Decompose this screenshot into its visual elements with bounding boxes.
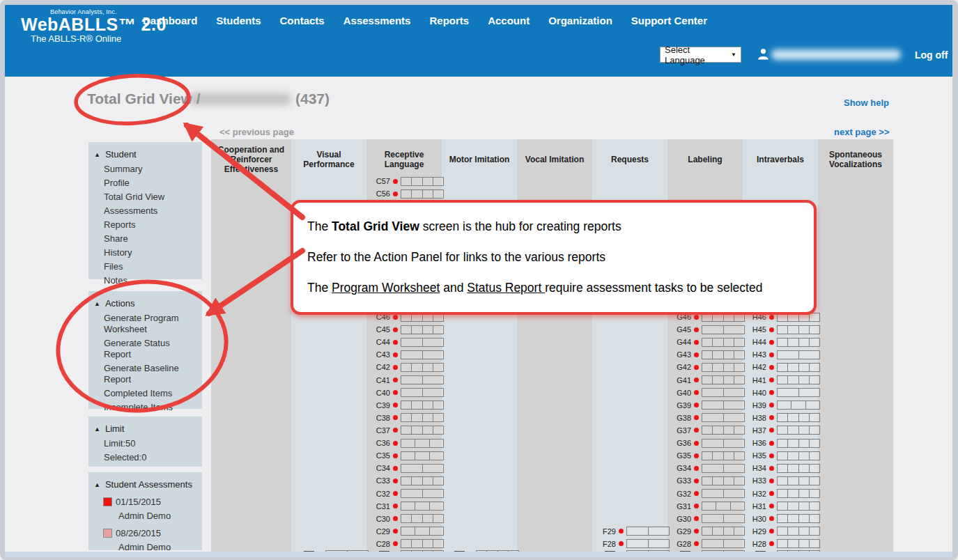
task-label: C29 [368, 527, 390, 536]
task-grid-box[interactable] [401, 325, 444, 334]
task-grid-box[interactable] [401, 514, 444, 523]
task-grid-box[interactable] [777, 388, 820, 397]
task-grid-box[interactable] [702, 426, 745, 435]
task-grid-box[interactable] [401, 375, 444, 384]
task-grid-box[interactable] [702, 375, 745, 384]
task-grid-box[interactable] [626, 527, 670, 536]
task-grid-box[interactable] [702, 489, 745, 498]
nav-item-assessments[interactable]: Assessments [343, 15, 411, 26]
task-grid-box[interactable] [702, 400, 745, 410]
task-grid-box[interactable] [777, 413, 820, 422]
task-status-dot [769, 491, 774, 496]
logoff-link[interactable]: Log off [915, 49, 948, 61]
sidebar-item-generate-program-worksheet[interactable]: Generate Program Worksheet [88, 311, 202, 336]
task-grid-box[interactable] [401, 527, 444, 536]
callout-text-segment: require assessment tasks to be selected [545, 281, 762, 295]
task-grid-box[interactable] [777, 514, 820, 523]
sidebar-item-generate-baseline-report[interactable]: Generate Baseline Report [88, 361, 202, 387]
task-label: C38 [368, 414, 390, 422]
previous-page-link[interactable]: << previous page [219, 127, 294, 137]
task-grid-box[interactable] [702, 325, 745, 334]
task-grid-box[interactable] [777, 400, 820, 410]
sidebar-item-reports[interactable]: Reports [88, 218, 202, 232]
task-grid-box[interactable] [401, 363, 444, 372]
task-grid-box[interactable] [401, 338, 444, 347]
task-grid-box[interactable] [702, 439, 745, 448]
sidebar-item-summary[interactable]: Summary [88, 162, 202, 176]
nav-item-organization[interactable]: Organization [548, 15, 612, 26]
bottom-scroll-band[interactable] [5, 552, 952, 560]
task-grid-box[interactable] [702, 539, 745, 548]
task-grid-box[interactable] [777, 539, 820, 548]
nav-item-students[interactable]: Students [216, 15, 261, 26]
task-grid-box[interactable] [702, 464, 745, 473]
task-grid-box[interactable] [777, 363, 820, 372]
task-grid-box[interactable] [401, 388, 444, 397]
nav-item-account[interactable]: Account [488, 15, 530, 26]
assessment-entry[interactable]: 08/26/2015Admin Demo [88, 524, 202, 555]
task-grid-box[interactable] [401, 189, 444, 199]
next-page-link[interactable]: next page >> [834, 127, 889, 137]
sidebar-item-share[interactable]: Share [88, 232, 202, 246]
task-grid-box[interactable] [702, 363, 745, 372]
assessment-entry[interactable]: 01/15/2015Admin Demo [88, 492, 202, 524]
sidebar-item-files[interactable]: Files [88, 260, 202, 274]
task-grid-box[interactable] [401, 426, 444, 435]
task-label: G39 [669, 401, 691, 410]
panel-header-student[interactable]: ▲Student [88, 142, 202, 162]
sidebar-item-notes[interactable]: Notes [88, 274, 202, 288]
task-grid-box[interactable] [702, 501, 745, 511]
task-grid-box[interactable] [777, 476, 820, 485]
show-help-link[interactable]: Show help [844, 98, 889, 108]
sidebar-item-total-grid-view[interactable]: Total Grid View [88, 190, 202, 204]
task-grid-box[interactable] [401, 501, 444, 511]
sidebar-item-profile[interactable]: Profile [88, 176, 202, 190]
sidebar-item-incomplete-items[interactable]: Incomplete Items [88, 400, 202, 414]
task-grid-box[interactable] [702, 527, 745, 536]
task-grid-box[interactable] [401, 539, 444, 548]
language-select[interactable]: Select Language ▼ [660, 47, 741, 63]
task-grid-box[interactable] [777, 375, 820, 384]
task-grid-box[interactable] [777, 338, 820, 347]
panel-header-student-assessments[interactable]: ▲Student Assessments [88, 472, 202, 492]
sidebar-item-limit-50: Limit:50 [88, 437, 202, 451]
task-grid-box[interactable] [702, 451, 745, 460]
task-grid-box[interactable] [777, 426, 820, 435]
task-grid-box[interactable] [777, 489, 820, 498]
task-grid-box[interactable] [777, 325, 820, 334]
sidebar-item-history[interactable]: History [88, 246, 202, 260]
task-grid-box[interactable] [702, 514, 745, 523]
task-grid-box[interactable] [702, 338, 745, 347]
task-grid-box[interactable] [401, 439, 444, 448]
task-grid-box[interactable] [702, 388, 745, 397]
task-grid-box[interactable] [777, 464, 820, 473]
task-grid-box[interactable] [401, 400, 444, 410]
task-grid-box[interactable] [777, 451, 820, 460]
task-grid-box[interactable] [777, 350, 820, 359]
task-grid-box[interactable] [702, 413, 745, 422]
panel-title: Actions [105, 298, 135, 309]
logo-tagline: The ABLLS-R® Online [21, 34, 167, 44]
panel-header-limit[interactable]: ▲Limit [88, 417, 202, 437]
task-grid-box[interactable] [777, 527, 820, 536]
nav-item-reports[interactable]: Reports [429, 15, 469, 26]
nav-item-contacts[interactable]: Contacts [280, 15, 325, 26]
task-grid-box[interactable] [401, 489, 444, 498]
nav-item-dashboard[interactable]: Dashboard [143, 15, 197, 26]
task-grid-box[interactable] [401, 177, 444, 186]
task-grid-box[interactable] [401, 451, 444, 460]
task-grid-box[interactable] [777, 501, 820, 511]
nav-item-support-center[interactable]: Support Center [631, 15, 707, 26]
task-grid-box[interactable] [626, 539, 670, 548]
panel-header-actions[interactable]: ▲Actions [88, 291, 202, 311]
task-grid-box[interactable] [401, 476, 444, 485]
task-grid-box[interactable] [777, 439, 820, 448]
task-grid-box[interactable] [401, 413, 444, 422]
sidebar-item-generate-status-report[interactable]: Generate Status Report [88, 336, 202, 361]
task-grid-box[interactable] [401, 464, 444, 473]
sidebar-item-completed-items[interactable]: Completed Items [88, 387, 202, 400]
task-grid-box[interactable] [702, 476, 745, 485]
task-grid-box[interactable] [401, 350, 444, 359]
sidebar-item-assessments[interactable]: Assessments [88, 204, 202, 218]
task-grid-box[interactable] [702, 350, 745, 359]
